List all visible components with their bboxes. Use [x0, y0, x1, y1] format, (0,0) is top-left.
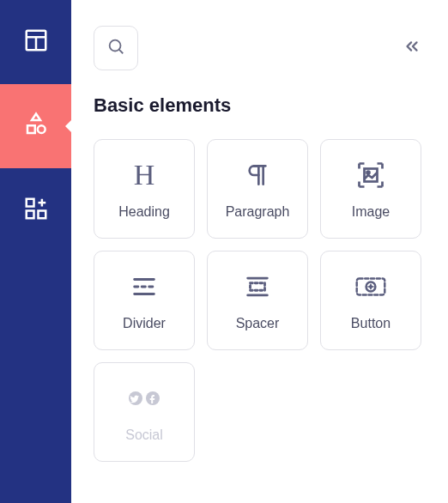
sidebar-item-widgets[interactable] — [0, 168, 71, 252]
tile-paragraph[interactable]: Paragraph — [207, 139, 308, 239]
svg-point-5 — [37, 125, 45, 133]
search-button[interactable] — [94, 26, 138, 70]
svg-rect-4 — [27, 125, 35, 133]
sidebar-item-layout[interactable] — [0, 0, 71, 84]
tile-heading[interactable]: H Heading — [94, 139, 195, 239]
shapes-icon — [23, 112, 49, 141]
tile-label: Social — [125, 427, 163, 443]
svg-point-11 — [110, 40, 121, 52]
tile-label: Divider — [123, 316, 166, 331]
divider-icon — [127, 270, 161, 304]
tile-divider[interactable]: Divider — [94, 251, 195, 350]
chevron-double-left-icon — [403, 37, 421, 59]
svg-line-12 — [119, 50, 124, 54]
tile-label: Heading — [118, 204, 170, 220]
svg-rect-8 — [38, 211, 45, 219]
tile-button[interactable]: Button — [320, 251, 421, 350]
svg-marker-3 — [32, 114, 40, 121]
svg-rect-22 — [251, 283, 265, 291]
tile-social[interactable]: Social — [94, 362, 195, 462]
paragraph-icon — [240, 158, 275, 192]
layout-icon — [23, 27, 49, 57]
topbar — [94, 26, 426, 70]
main-panel: Basic elements H Heading Paragraph Image… — [71, 0, 448, 503]
tile-spacer[interactable]: Spacer — [207, 251, 308, 350]
elements-grid: H Heading Paragraph Image Divider — [94, 139, 426, 462]
heading-icon: H — [127, 158, 161, 192]
svg-point-17 — [367, 172, 370, 174]
collapse-button[interactable] — [398, 34, 426, 62]
image-icon — [354, 158, 388, 192]
social-icon — [127, 381, 161, 415]
tile-label: Image — [352, 204, 390, 220]
search-icon — [106, 37, 125, 59]
sidebar — [0, 0, 71, 503]
tile-label: Paragraph — [226, 204, 290, 220]
tile-image[interactable]: Image — [320, 139, 421, 239]
button-icon — [354, 270, 388, 304]
spacer-icon — [240, 270, 275, 304]
svg-rect-7 — [26, 211, 33, 219]
svg-rect-6 — [26, 199, 33, 207]
section-title: Basic elements — [94, 94, 426, 117]
tile-label: Button — [351, 316, 390, 331]
sidebar-item-elements[interactable] — [0, 84, 71, 168]
tile-label: Spacer — [236, 316, 280, 331]
widgets-icon — [23, 196, 49, 225]
